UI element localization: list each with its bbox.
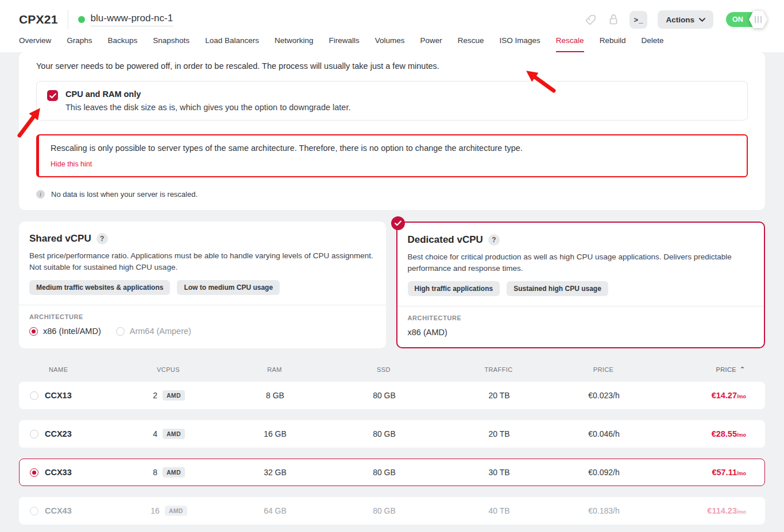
col-header-price-hourly: PRICE — [570, 366, 636, 373]
row-radio-ccx33[interactable] — [30, 468, 38, 477]
row-ssd: 80 GB — [341, 506, 427, 515]
table-row-ccx13[interactable]: CCX13 2AMD 8 GB 80 GB 20 TB €0.023/h €14… — [19, 382, 765, 409]
dedicated-tag-sustained-cpu: Sustained high CPU usage — [507, 281, 608, 296]
row-vcpus: 8 — [153, 468, 157, 477]
row-vcpus: 16 — [150, 506, 160, 515]
shared-vcpu-help-icon[interactable]: ? — [96, 233, 108, 244]
table-row-ccx43-disabled[interactable]: CCX43 16AMD 64 GB 80 GB 40 TB €0.183/h €… — [19, 497, 765, 525]
chevron-down-icon — [699, 18, 705, 22]
col-header-price-monthly-sort[interactable]: PRICE ⌃ — [636, 366, 765, 374]
cpu-ram-only-label: CPU and RAM only — [65, 90, 351, 99]
server-name-editable[interactable]: blu-www-prod-nc-1 — [91, 13, 173, 26]
price-monthly-value: €14.27 — [712, 391, 737, 400]
tab-delete[interactable]: Delete — [641, 36, 663, 52]
tab-power[interactable]: Power — [420, 36, 442, 52]
row-price-monthly: €28.55/mo — [637, 429, 764, 438]
row-ssd: 80 GB — [341, 429, 427, 438]
price-monthly-suffix: /mo — [737, 394, 746, 399]
row-name: CCX33 — [45, 468, 72, 477]
labels-tag-icon[interactable] — [585, 13, 597, 26]
price-monthly-value: €28.55 — [712, 429, 737, 438]
col-header-traffic: TRAFFIC — [427, 366, 570, 373]
dedicated-vcpu-card[interactable]: Dedicated vCPU ? Best choice for critica… — [396, 222, 766, 348]
tab-volumes[interactable]: Volumes — [375, 36, 405, 52]
col-header-ram: RAM — [208, 366, 341, 373]
row-vcpus: 2 — [153, 391, 157, 400]
tab-graphs[interactable]: Graphs — [67, 36, 92, 52]
server-type-table-header: NAME VCPUS RAM SSD TRAFFIC PRICE PRICE ⌃ — [19, 355, 765, 382]
price-monthly-suffix: /mo — [737, 432, 746, 438]
row-traffic: 40 TB — [427, 506, 571, 515]
price-monthly-suffix: /mo — [737, 471, 746, 476]
col-header-ssd: SSD — [341, 366, 427, 373]
dedicated-vcpu-title: Dedicated vCPU — [408, 234, 483, 246]
row-ram: 32 GB — [209, 468, 341, 477]
row-ram: 8 GB — [209, 391, 341, 400]
server-nav-tabs: Overview Graphs Backups Snapshots Load B… — [19, 36, 765, 52]
cpu-vendor-badge: AMD — [163, 429, 185, 439]
hide-hint-link[interactable]: Hide this hint — [51, 160, 92, 168]
dedicated-architecture-label: ARCHITECTURE — [408, 314, 754, 321]
tab-overview[interactable]: Overview — [19, 36, 51, 52]
col-header-name: NAME — [19, 366, 128, 373]
cpu-vendor-badge: AMD — [163, 390, 185, 401]
row-price-monthly: €14.27/mo — [637, 391, 764, 400]
tab-snapshots[interactable]: Snapshots — [153, 36, 190, 52]
tab-rebuild[interactable]: Rebuild — [600, 36, 626, 52]
arch-x86-label: x86 (Intel/AMD) — [43, 327, 101, 336]
tab-backups[interactable]: Backups — [108, 36, 138, 52]
row-ssd: 80 GB — [341, 468, 427, 477]
console-button[interactable]: >_ — [629, 11, 647, 29]
table-row-ccx23[interactable]: CCX23 4AMD 16 GB 80 GB 20 TB €0.046/h €2… — [19, 420, 765, 448]
row-radio-ccx13[interactable] — [30, 391, 38, 400]
col-header-vcpus: VCPUS — [128, 366, 208, 373]
selected-check-badge-icon — [391, 216, 405, 230]
server-status-online-icon — [78, 16, 85, 23]
arch-arm64-label: Arm64 (Ampere) — [130, 327, 191, 336]
tab-load-balancers[interactable]: Load Balancers — [205, 36, 259, 52]
row-name: CCX43 — [45, 506, 72, 515]
row-radio-ccx23[interactable] — [30, 430, 38, 438]
row-price-monthly: €57.11/mo — [637, 468, 764, 477]
cpu-ram-only-checkbox[interactable] — [47, 90, 58, 101]
radio-x86-icon[interactable] — [29, 327, 38, 336]
power-toggle-knob[interactable] — [749, 11, 767, 28]
cpu-ram-only-description: This leaves the disk size as is, which g… — [65, 103, 351, 112]
row-traffic: 20 TB — [427, 391, 571, 400]
no-data-loss-note: No data is lost when your server is resc… — [51, 190, 198, 199]
tab-rescale[interactable]: Rescale — [556, 36, 584, 52]
dedicated-tag-high-traffic: High traffic applications — [408, 281, 500, 296]
radio-arm64-icon[interactable] — [116, 327, 125, 336]
row-ram: 16 GB — [209, 429, 341, 438]
rescale-intro-card: Your server needs to be powered off, in … — [19, 52, 765, 210]
cpu-ram-only-option[interactable]: CPU and RAM only This leaves the disk si… — [36, 81, 748, 121]
col-header-price-monthly-label: PRICE — [716, 366, 736, 373]
power-toggle[interactable]: ON — [726, 12, 758, 27]
tab-firewalls[interactable]: Firewalls — [329, 36, 359, 52]
row-price-hourly: €0.092/h — [571, 468, 637, 477]
row-radio-ccx43[interactable] — [30, 507, 38, 515]
info-icon: i — [36, 190, 45, 199]
arch-option-arm64[interactable]: Arm64 (Ampere) — [116, 327, 191, 336]
row-ram: 64 GB — [209, 506, 341, 515]
tab-networking[interactable]: Networking — [275, 36, 314, 52]
actions-button[interactable]: Actions — [658, 10, 713, 29]
sort-ascending-icon: ⌃ — [740, 366, 746, 374]
tab-iso-images[interactable]: ISO Images — [500, 36, 540, 52]
shared-vcpu-title: Shared vCPU — [29, 233, 91, 244]
shared-architecture-label: ARCHITECTURE — [29, 313, 376, 320]
row-name: CCX13 — [45, 391, 72, 400]
cpu-vendor-badge: AMD — [165, 506, 187, 516]
row-price-monthly: €114.23/mo — [637, 506, 764, 515]
shared-vcpu-card[interactable]: Shared vCPU ? Best price/performance rat… — [19, 222, 386, 348]
row-traffic: 20 TB — [427, 429, 571, 438]
table-row-ccx33-selected[interactable]: CCX33 8AMD 32 GB 80 GB 30 TB €0.092/h €5… — [19, 459, 765, 486]
arch-option-x86[interactable]: x86 (Intel/AMD) — [29, 327, 101, 336]
unlocked-padlock-icon[interactable] — [608, 13, 619, 26]
tab-rescue[interactable]: Rescue — [458, 36, 484, 52]
row-traffic: 30 TB — [427, 468, 571, 477]
dedicated-vcpu-help-icon[interactable]: ? — [488, 234, 500, 246]
shared-tag-cpu-usage: Low to medium CPU usage — [177, 280, 280, 295]
divider — [68, 10, 68, 29]
actions-button-label: Actions — [666, 15, 694, 24]
